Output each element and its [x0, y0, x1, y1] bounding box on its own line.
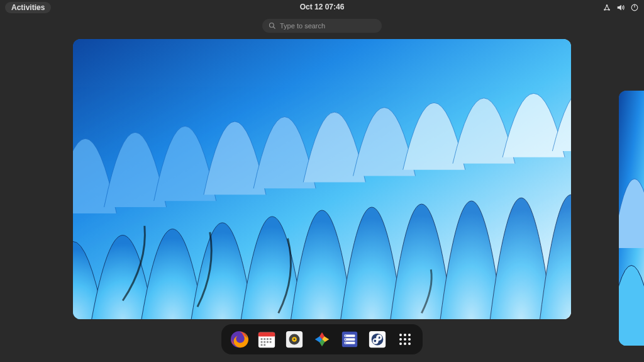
app-grid-icon — [399, 334, 411, 345]
system-tray[interactable] — [602, 3, 639, 12]
clock-label[interactable]: Oct 12 07:46 — [300, 3, 345, 11]
workspaces-overview — [0, 39, 644, 319]
svg-rect-12 — [264, 338, 265, 340]
top-bar: Activities Oct 12 07:46 — [0, 0, 644, 15]
dock — [221, 324, 423, 354]
svg-point-29 — [345, 335, 347, 336]
svg-rect-10 — [258, 335, 275, 337]
svg-point-4 — [270, 23, 274, 28]
svg-rect-13 — [267, 338, 269, 340]
dock-app-grid-button[interactable] — [394, 328, 416, 351]
dock-app-firefox[interactable] — [228, 328, 250, 351]
search-placeholder: Type to search — [280, 22, 325, 30]
search-container: Type to search — [0, 19, 644, 33]
svg-rect-18 — [270, 341, 272, 343]
workspace-2[interactable] — [619, 91, 644, 346]
workspace-1[interactable] — [73, 39, 571, 319]
svg-rect-20 — [264, 344, 265, 346]
svg-point-30 — [345, 339, 347, 340]
svg-rect-19 — [261, 344, 263, 346]
svg-rect-15 — [261, 341, 263, 343]
svg-rect-11 — [261, 338, 263, 340]
network-icon[interactable] — [602, 3, 611, 12]
search-input[interactable]: Type to search — [262, 19, 382, 33]
svg-point-31 — [345, 342, 347, 344]
svg-rect-14 — [270, 338, 272, 340]
dock-app-rhythmbox[interactable] — [283, 328, 306, 351]
svg-rect-16 — [264, 341, 265, 343]
svg-rect-17 — [267, 341, 269, 343]
wallpaper-peek — [619, 91, 644, 346]
dock-app-photos[interactable] — [311, 328, 333, 351]
power-icon[interactable] — [630, 3, 639, 12]
dock-app-calendar[interactable] — [255, 328, 278, 351]
dock-app-software[interactable] — [366, 328, 389, 351]
wallpaper — [73, 39, 571, 319]
dock-app-files[interactable] — [338, 328, 361, 351]
volume-icon[interactable] — [616, 3, 625, 12]
search-icon — [269, 22, 276, 30]
activities-button[interactable]: Activities — [5, 2, 51, 13]
svg-point-24 — [294, 339, 296, 341]
